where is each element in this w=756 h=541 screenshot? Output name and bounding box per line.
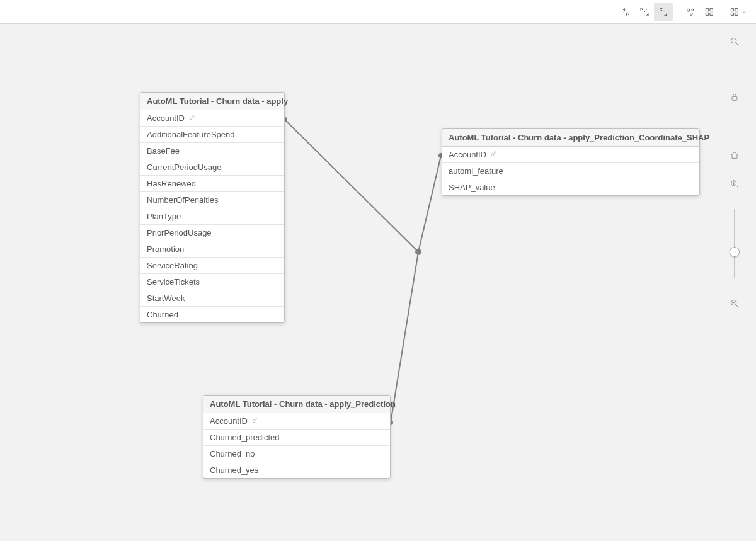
field-row[interactable]: BaseFee (140, 142, 284, 159)
bubble-layout-icon (685, 7, 696, 17)
field-name: Churned_no (210, 449, 255, 458)
grid-layout-icon (704, 7, 714, 17)
svg-point-2 (690, 13, 692, 15)
collapse-out-button[interactable] (635, 3, 654, 21)
svg-point-0 (687, 9, 690, 11)
field-name: CurrentPeriodUsage (147, 162, 222, 172)
field-name: Promotion (147, 244, 184, 254)
collapse-in-icon (621, 7, 631, 17)
svg-rect-5 (706, 13, 709, 15)
field-row[interactable]: Churned_yes (203, 462, 390, 478)
field-name: ServiceRating (147, 261, 198, 270)
field-name: AccountID (210, 416, 248, 426)
svg-point-18 (416, 249, 421, 254)
field-row[interactable]: Churned (140, 306, 284, 322)
field-name: NumberOfPenalties (147, 195, 218, 205)
field-name: AccountID (147, 113, 185, 123)
field-name: Churned (147, 310, 178, 319)
key-icon (188, 113, 196, 123)
field-row[interactable]: AccountID (442, 147, 699, 162)
bubble-layout-button[interactable] (681, 3, 700, 21)
field-name: StartWeek (147, 293, 185, 303)
field-row[interactable]: AdditionalFeatureSpend (140, 126, 284, 142)
svg-rect-8 (735, 8, 738, 11)
table-card-prediction[interactable]: AutoML Tutorial - Churn data - apply_Pre… (203, 395, 391, 479)
top-toolbar (0, 0, 756, 24)
field-name: ServiceTickets (147, 277, 200, 287)
field-row[interactable]: automl_feature (442, 162, 699, 179)
field-name: automl_feature (449, 166, 503, 176)
field-row[interactable]: Promotion (140, 241, 284, 257)
layout-menu-icon (730, 7, 740, 17)
field-row[interactable]: AccountID (140, 110, 284, 126)
collapse-in-button[interactable] (616, 3, 635, 21)
chevron-down-icon (741, 9, 747, 15)
field-name: PriorPeriodUsage (147, 228, 212, 237)
table-title: AutoML Tutorial - Churn data - apply_Pre… (203, 396, 390, 413)
field-name: AdditionalFeatureSpend (147, 130, 235, 139)
svg-point-23 (491, 154, 494, 156)
svg-line-16 (418, 156, 441, 252)
field-row[interactable]: PlanType (140, 208, 284, 224)
svg-rect-7 (731, 8, 734, 11)
svg-rect-6 (710, 13, 713, 15)
field-row[interactable]: HasRenewed (140, 175, 284, 191)
svg-point-22 (190, 117, 192, 120)
svg-rect-10 (735, 13, 738, 15)
table-fields: AccountIDChurned_predictedChurned_noChur… (203, 413, 390, 478)
svg-rect-9 (731, 13, 734, 15)
table-title: AutoML Tutorial - Churn data - apply_Pre… (442, 129, 699, 147)
field-row[interactable]: Churned_no (203, 445, 390, 462)
key-icon (490, 150, 498, 159)
field-name: BaseFee (147, 146, 180, 156)
field-row[interactable]: ServiceRating (140, 257, 284, 273)
field-row[interactable]: SHAP_value (442, 179, 699, 195)
expand-icon (658, 7, 668, 17)
field-row[interactable]: StartWeek (140, 290, 284, 306)
svg-line-17 (391, 252, 418, 423)
svg-rect-4 (710, 8, 713, 11)
expand-button[interactable] (654, 3, 673, 21)
key-icon (251, 416, 259, 426)
svg-point-24 (253, 420, 255, 423)
field-row[interactable]: Churned_predicted (203, 429, 390, 445)
toolbar-separator (723, 6, 723, 18)
table-title: AutoML Tutorial - Churn data - apply (140, 93, 284, 110)
svg-line-15 (285, 120, 418, 252)
field-name: AccountID (449, 150, 486, 159)
layout-menu-button[interactable] (727, 3, 750, 21)
field-row[interactable]: NumberOfPenalties (140, 191, 284, 208)
table-fields: AccountIDautoml_featureSHAP_value (442, 147, 699, 195)
field-name: SHAP_value (449, 183, 495, 192)
svg-point-1 (692, 9, 694, 11)
toolbar-separator (677, 6, 677, 18)
collapse-out-icon (639, 7, 650, 17)
field-name: Churned_yes (210, 465, 258, 475)
field-name: HasRenewed (147, 179, 196, 188)
field-row[interactable]: AccountID (203, 413, 390, 429)
field-row[interactable]: CurrentPeriodUsage (140, 159, 284, 175)
table-card-apply[interactable]: AutoML Tutorial - Churn data - apply Acc… (140, 92, 285, 323)
field-row[interactable]: ServiceTickets (140, 273, 284, 290)
field-name: PlanType (147, 212, 181, 221)
field-row[interactable]: PriorPeriodUsage (140, 224, 284, 241)
table-card-shap[interactable]: AutoML Tutorial - Churn data - apply_Pre… (442, 128, 700, 196)
field-name: Churned_predicted (210, 433, 280, 442)
model-canvas[interactable]: AutoML Tutorial - Churn data - apply Acc… (0, 24, 756, 541)
grid-layout-button[interactable] (700, 3, 719, 21)
svg-rect-3 (706, 8, 709, 11)
table-fields: AccountIDAdditionalFeatureSpendBaseFeeCu… (140, 110, 284, 322)
